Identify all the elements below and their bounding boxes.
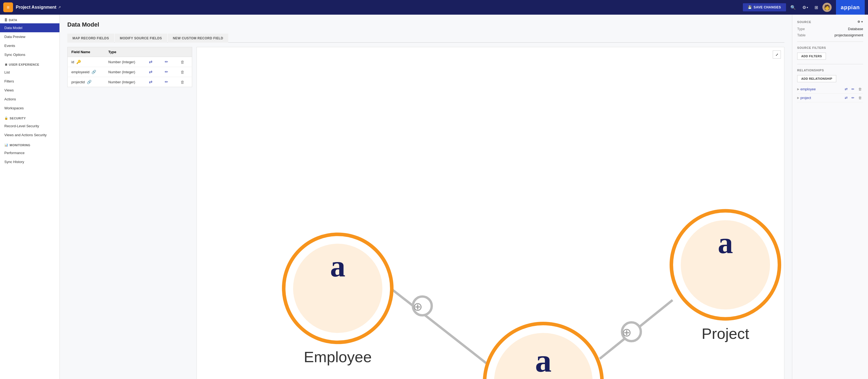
sidebar-item-sync-history[interactable]: Sync History bbox=[0, 157, 59, 166]
avatar-image: 🧑 bbox=[824, 4, 830, 10]
avatar[interactable]: 🧑 bbox=[823, 3, 832, 12]
app-title: Project Assignment bbox=[16, 5, 57, 10]
sidebar-item-workspaces[interactable]: Workspaces bbox=[0, 104, 59, 113]
relationship-actions-project: ⇄ ✏ 🗑 bbox=[843, 95, 863, 100]
field-type-projectid: Number (Integer) bbox=[104, 77, 144, 87]
save-changes-button[interactable]: 💾 SAVE CHANGES bbox=[743, 3, 786, 11]
panel-divider-1 bbox=[797, 41, 863, 42]
relationship-actions-employee: ⇄ ✏ 🗑 bbox=[843, 87, 863, 92]
key-icon: 🔑 bbox=[76, 60, 81, 64]
rel-sync-icon-project[interactable]: ⇄ bbox=[843, 95, 849, 100]
rel-delete-icon-employee[interactable]: 🗑 bbox=[857, 87, 863, 92]
chevron-down-icon: ▾ bbox=[807, 6, 808, 9]
type-row: Type Database bbox=[797, 27, 863, 31]
sidebar-item-views[interactable]: Views bbox=[0, 86, 59, 95]
relationship-link-employee[interactable]: ▶ employee bbox=[797, 87, 816, 91]
type-label: Type bbox=[797, 27, 805, 31]
sidebar-section-security: 🔒 SECURITY bbox=[0, 113, 59, 122]
right-panel: SOURCE ⚙ ▾ Type Database Table projectas… bbox=[792, 14, 868, 379]
rel-sync-icon-employee[interactable]: ⇄ bbox=[843, 87, 849, 92]
table-label: Table bbox=[797, 33, 806, 37]
table-row: employeeid 🔗 Number (Integer) ⇄ ✏ 🗑 bbox=[68, 67, 192, 77]
table-row: id 🔑 Number (Integer) ⇄ ✏ 🗑 bbox=[68, 57, 192, 67]
fullscreen-button[interactable]: ⤢ bbox=[773, 51, 781, 59]
type-value: Database bbox=[848, 27, 863, 31]
relationship-item-employee: ▶ employee ⇄ ✏ 🗑 bbox=[797, 85, 863, 94]
sidebar-item-events[interactable]: Events bbox=[0, 41, 59, 50]
tab-new-custom-record-field[interactable]: NEW CUSTOM RECORD FIELD bbox=[168, 34, 228, 42]
sidebar-item-filters[interactable]: Filters bbox=[0, 77, 59, 86]
sync-icon-projectid[interactable]: ⇄ bbox=[148, 79, 154, 85]
sidebar-item-performance[interactable]: Performance bbox=[0, 148, 59, 157]
source-chevron-icon[interactable]: ▾ bbox=[861, 20, 863, 24]
tabs: MAP RECORD FIELDS MODIFY SOURCE FIELDS N… bbox=[67, 34, 784, 42]
page-title: Data Model bbox=[67, 21, 784, 28]
sidebar-item-record-level-security[interactable]: Record-Level Security bbox=[0, 122, 59, 130]
rel-edit-icon-employee[interactable]: ✏ bbox=[850, 87, 856, 92]
edit-icon-projectid[interactable]: ✏ bbox=[163, 79, 169, 85]
main-content-row: Field Name Type id 🔑 Number (Int bbox=[67, 47, 784, 379]
col-header-action2 bbox=[160, 47, 175, 57]
edit-icon-id[interactable]: ✏ bbox=[163, 59, 169, 65]
source-section-title: SOURCE ⚙ ▾ bbox=[797, 20, 863, 24]
link-icon-projectid: 🔗 bbox=[87, 80, 91, 84]
sync-icon-id[interactable]: ⇄ bbox=[148, 59, 154, 65]
rel-delete-icon-project[interactable]: 🗑 bbox=[857, 95, 863, 100]
rel-edit-icon-project[interactable]: ✏ bbox=[850, 95, 856, 100]
sidebar-section-data: 🗄 DATA bbox=[0, 14, 59, 23]
field-name-projectid: projectid 🔗 bbox=[68, 77, 105, 87]
sidebar-item-views-actions-security[interactable]: Views and Actions Security bbox=[0, 130, 59, 139]
source-filters-title: SOURCE FILTERS bbox=[797, 46, 863, 50]
svg-text:a: a bbox=[330, 249, 345, 283]
add-relationship-button[interactable]: ADD RELATIONSHIP bbox=[797, 75, 836, 82]
table-value: projectassignment bbox=[835, 33, 863, 37]
sidebar-section-monitoring: 📊 MONITORING bbox=[0, 139, 59, 148]
sidebar: 🗄 DATA Data Model Data Preview Events Sy… bbox=[0, 14, 60, 379]
main-layout: 🗄 DATA Data Model Data Preview Events Sy… bbox=[0, 14, 868, 379]
source-gear-icon[interactable]: ⚙ bbox=[858, 20, 860, 24]
sync-icon-employeeid[interactable]: ⇄ bbox=[148, 69, 154, 74]
sidebar-item-data-model[interactable]: Data Model bbox=[0, 23, 59, 32]
relationship-arrow-employee: ▶ bbox=[797, 87, 799, 91]
tab-map-record-fields[interactable]: MAP RECORD FIELDS bbox=[67, 34, 114, 42]
gear-menu-button[interactable]: ⚙ ▾ bbox=[800, 3, 810, 12]
data-section-icon: 🗄 bbox=[4, 19, 8, 22]
add-filters-button[interactable]: ADD FILTERS bbox=[797, 53, 826, 60]
col-header-field-name: Field Name bbox=[68, 47, 105, 57]
svg-text:a: a bbox=[718, 226, 733, 260]
delete-icon-id[interactable]: 🗑 bbox=[179, 59, 186, 65]
search-button[interactable]: 🔍 bbox=[788, 3, 798, 12]
field-name-id: id 🔑 bbox=[68, 57, 105, 67]
diagram-area: ⊕ ⊕ a Employee a Project Assignment bbox=[196, 47, 784, 379]
sidebar-item-actions[interactable]: Actions bbox=[0, 95, 59, 104]
edit-icon-employeeid[interactable]: ✏ bbox=[163, 69, 169, 74]
svg-text:Project: Project bbox=[702, 325, 749, 342]
col-header-action1 bbox=[144, 47, 160, 57]
appian-brand: appian bbox=[836, 0, 865, 14]
external-link-icon[interactable]: ↗ bbox=[58, 5, 61, 9]
panel-divider-2 bbox=[797, 64, 863, 64]
topnav-actions: 💾 SAVE CHANGES 🔍 ⚙ ▾ ⊞ 🧑 appian bbox=[743, 0, 865, 14]
relationship-item-project: ▶ project ⇄ ✏ 🗑 bbox=[797, 94, 863, 102]
link-icon-employeeid: 🔗 bbox=[91, 70, 96, 74]
sidebar-item-sync-options[interactable]: Sync Options bbox=[0, 50, 59, 59]
sidebar-item-data-preview[interactable]: Data Preview bbox=[0, 32, 59, 41]
col-header-type: Type bbox=[104, 47, 144, 57]
grid-menu-button[interactable]: ⊞ bbox=[812, 3, 820, 12]
delete-icon-projectid[interactable]: 🗑 bbox=[179, 79, 186, 85]
save-label: SAVE CHANGES bbox=[753, 5, 781, 9]
gear-icon: ⚙ bbox=[802, 5, 806, 10]
sidebar-item-list[interactable]: List bbox=[0, 68, 59, 77]
col-header-action3 bbox=[175, 47, 192, 57]
svg-text:Employee: Employee bbox=[304, 348, 372, 366]
diagram-svg: ⊕ ⊕ a Employee a Project Assignment bbox=[197, 47, 784, 379]
field-name-employeeid: employeeid 🔗 bbox=[68, 67, 105, 77]
app-title-area: Project Assignment ↗ bbox=[16, 5, 61, 10]
relationship-link-project[interactable]: ▶ project bbox=[797, 96, 811, 100]
monitoring-section-icon: 📊 bbox=[4, 143, 8, 147]
topnav: ≡ Project Assignment ↗ 💾 SAVE CHANGES 🔍 … bbox=[0, 0, 868, 14]
delete-icon-employeeid[interactable]: 🗑 bbox=[179, 69, 186, 75]
tab-modify-source-fields[interactable]: MODIFY SOURCE FIELDS bbox=[115, 34, 167, 42]
field-type-employeeid: Number (Integer) bbox=[104, 67, 144, 77]
table-row: projectid 🔗 Number (Integer) ⇄ ✏ 🗑 bbox=[68, 77, 192, 87]
